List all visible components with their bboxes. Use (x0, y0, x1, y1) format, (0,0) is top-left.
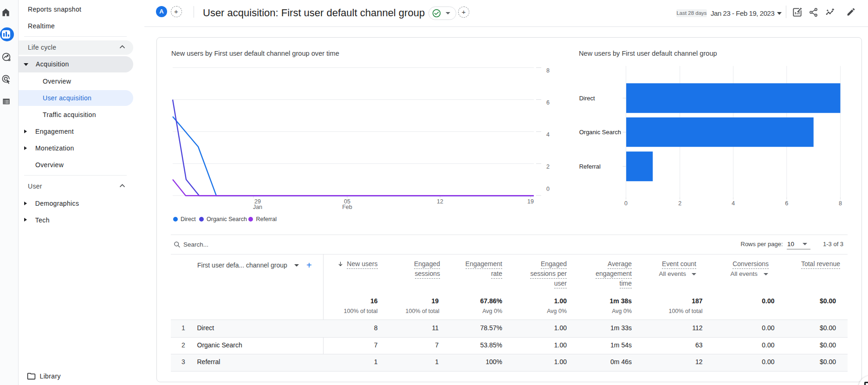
svg-text:4: 4 (732, 200, 735, 207)
svg-text:6: 6 (546, 99, 550, 106)
svg-text:Organic Search: Organic Search (579, 129, 621, 136)
svg-text:Referral: Referral (579, 163, 601, 170)
svg-text:4: 4 (546, 131, 550, 138)
svg-text:Feb: Feb (342, 204, 352, 210)
svg-text:12: 12 (437, 198, 443, 205)
svg-text:19: 19 (527, 198, 534, 205)
svg-text:0: 0 (624, 200, 628, 207)
svg-text:8: 8 (546, 67, 550, 74)
svg-text:8: 8 (839, 200, 842, 207)
svg-text:0: 0 (546, 186, 550, 192)
svg-text:Direct: Direct (579, 95, 595, 102)
svg-text:Jan: Jan (253, 204, 262, 210)
svg-text:2: 2 (546, 163, 550, 170)
svg-text:6: 6 (785, 200, 788, 207)
svg-text:2: 2 (678, 200, 681, 207)
